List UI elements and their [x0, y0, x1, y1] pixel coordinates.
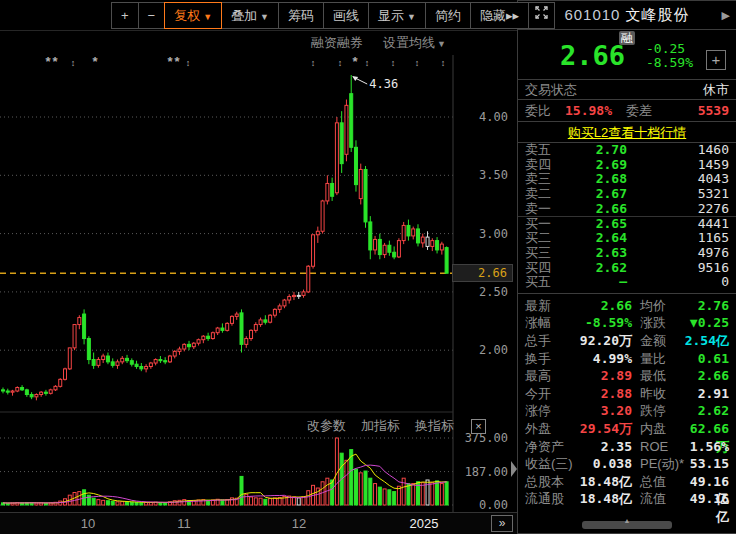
volume-bar: [44, 503, 47, 505]
volume-bar: [121, 502, 124, 505]
hide-button[interactable]: 隐藏▸▸: [470, 2, 529, 29]
stat-value: 18.48亿: [577, 490, 632, 508]
chevron-down-icon: ▼: [437, 39, 446, 49]
stat-label: 涨跌: [632, 314, 680, 332]
candle-body: [436, 241, 439, 250]
volume-bar: [126, 502, 129, 505]
volume-bar: [354, 469, 357, 505]
stat-value: 4.99%: [577, 350, 632, 368]
candle-body: [288, 297, 291, 300]
panel-scroll-handle[interactable]: ▲: [582, 521, 672, 529]
volume-bar: [364, 471, 367, 505]
margin-trading-link[interactable]: 融资融券: [311, 34, 363, 52]
volume-bar: [426, 480, 429, 505]
stat-value: -8.59%: [577, 314, 632, 332]
bid-row[interactable]: 买四2.629516: [518, 261, 736, 276]
zoom-in-button[interactable]: +: [111, 2, 139, 29]
candle-body: [359, 169, 362, 198]
candle-body: [130, 361, 133, 364]
change-params-link[interactable]: 改参数: [307, 417, 346, 435]
volume-bar: [431, 483, 434, 505]
chip-distribution-button[interactable]: 筹码: [278, 2, 324, 29]
candle-body: [431, 241, 434, 247]
stock-app-window: +−复权▼叠加▼筹码画线显示▼简约隐藏▸▸ 融资融券 设置均线▼ 4.003.5…: [0, 0, 736, 534]
chevron-down-icon: ▼: [260, 12, 269, 22]
buy-l2-link[interactable]: 购买L2查看十档行情: [568, 125, 686, 140]
trade-status-row: 交易状态 休市: [518, 79, 736, 100]
event-arrow-marker: ↕: [338, 58, 343, 68]
level-price: 2.70: [559, 143, 627, 158]
candle-body: [21, 388, 24, 390]
time-axis-label: 2025: [410, 516, 439, 531]
time-axis-label: 10: [81, 516, 95, 531]
event-arrow-marker: ↕: [441, 58, 446, 68]
stat-value: 2.54亿: [680, 332, 729, 350]
stat-row: 总手92.20万金额2.54亿: [518, 332, 736, 350]
volume-bar: [245, 494, 248, 505]
stat-row: 涨幅-8.59%涨跌▼0.25: [518, 314, 736, 332]
stat-label: 量比: [632, 350, 680, 368]
candle-body: [221, 328, 224, 330]
volume-bar: [407, 484, 410, 505]
candle-body: [216, 328, 219, 333]
ask-row[interactable]: 卖三2.684043: [518, 172, 736, 187]
event-star-marker: *: [92, 54, 98, 69]
volume-bar: [331, 480, 334, 505]
stat-value: 2.35: [577, 438, 632, 456]
candle-body: [159, 360, 162, 361]
candle-body: [397, 241, 400, 257]
bid-row[interactable]: 买一2.654441: [518, 216, 736, 231]
level-price: —: [559, 275, 627, 290]
candle-body: [226, 323, 229, 330]
volume-bar: [292, 497, 295, 505]
scroll-forward-button[interactable]: »: [491, 515, 513, 532]
ma-setting-dropdown[interactable]: 设置均线▼: [383, 34, 446, 52]
close-indicator-icon[interactable]: ×: [471, 419, 486, 434]
display-button[interactable]: 显示▼: [368, 2, 426, 29]
level-quantity: 5321: [627, 187, 729, 202]
last-price: 2.66: [560, 40, 625, 71]
stat-row: 最新2.66均价2.76: [518, 297, 736, 315]
stat-row: 涨停3.20跌停2.62: [518, 402, 736, 420]
level-quantity: 4043: [627, 172, 729, 187]
volume-bar: [307, 491, 310, 505]
bid-row[interactable]: 买二2.641165: [518, 231, 736, 246]
ask-row[interactable]: 卖四2.691459: [518, 158, 736, 173]
ask-row[interactable]: 卖一2.662276: [518, 202, 736, 217]
peak-annotation-label: 4.36: [369, 77, 398, 91]
overlay-button[interactable]: 叠加▼: [221, 2, 279, 29]
volume-bar: [116, 502, 119, 505]
candle-body: [188, 344, 191, 346]
candle-body: [197, 340, 200, 343]
price-axis-label: 3.00: [479, 227, 508, 241]
add-indicator-link[interactable]: 加指标: [361, 417, 400, 435]
change-percent: -8.59%: [646, 55, 693, 70]
candle-body: [383, 245, 386, 254]
bid-row[interactable]: 买五—0: [518, 275, 736, 290]
next-stock-arrow-icon[interactable]: ▶: [716, 9, 730, 22]
stat-value: 2.66: [577, 297, 632, 315]
candle-body: [145, 367, 148, 369]
bid-row[interactable]: 买三2.634976: [518, 246, 736, 261]
add-to-watchlist-button[interactable]: +: [706, 50, 726, 70]
stat-value: 62.66万: [680, 420, 729, 438]
time-axis-label: 12: [292, 516, 306, 531]
stat-label: 净资产: [525, 438, 577, 456]
simple-mode-button[interactable]: 简约: [425, 2, 471, 29]
stat-value: 3.20: [577, 402, 632, 420]
volume-bar: [140, 503, 143, 505]
candle-body: [116, 362, 119, 365]
fullscreen-button[interactable]: [528, 2, 555, 29]
stock-title: 601010 文峰股份: [538, 6, 716, 25]
draw-line-button[interactable]: 画线: [323, 2, 369, 29]
ask-row[interactable]: 卖二2.675321: [518, 187, 736, 202]
zoom-out-button[interactable]: −: [138, 2, 166, 29]
price-axis-label: 2.50: [479, 285, 508, 299]
candle-body: [340, 123, 343, 164]
fuquan-adjust-button[interactable]: 复权▼: [164, 2, 222, 29]
stat-value: 53.15: [680, 455, 729, 473]
stat-label: 涨幅: [525, 314, 577, 332]
weicha-value: 5539: [698, 103, 729, 118]
ask-row[interactable]: 卖五2.701460: [518, 143, 736, 158]
switch-indicator-link[interactable]: 换指标: [415, 417, 454, 435]
